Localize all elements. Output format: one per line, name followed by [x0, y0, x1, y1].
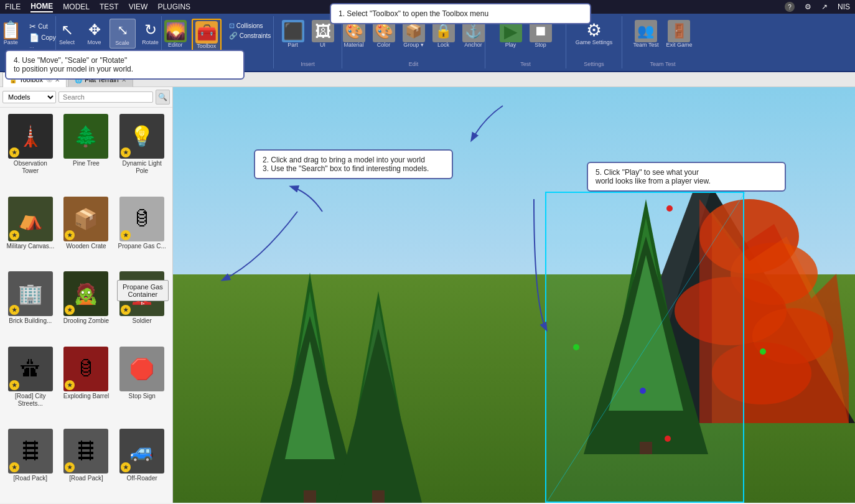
scale-button[interactable]: ⤡ Scale	[110, 19, 136, 49]
tab-flat-terrain[interactable]: 🌐 Flat Terrain ✕	[68, 72, 133, 87]
scale-label: Scale	[115, 40, 129, 47]
lock-button[interactable]: 🔒 Lock	[430, 19, 457, 50]
toolbox-item-dynamic-light-pole[interactable]: 💡★Dynamic Light Pole	[115, 111, 169, 192]
move-label: Move	[87, 40, 101, 46]
constraints-button[interactable]: 🔗 Constraints	[227, 31, 274, 40]
toolbox-item-label-observation-tower: Observation Tower	[5, 160, 56, 175]
material-button[interactable]: 🎨 Material	[340, 19, 368, 50]
toolbox-item-label-wooden-crate: Wooden Crate	[66, 243, 106, 250]
svg-marker-16	[335, 329, 422, 503]
anchor-button[interactable]: ⚓ Anchor	[460, 19, 487, 50]
category-select[interactable]: Models Decals Plugins	[2, 91, 56, 103]
item-badge-road-pack1: ★	[9, 462, 19, 472]
search-button[interactable]: 🔍	[156, 90, 170, 105]
toolbox-item-label-dynamic-light-pole: Dynamic Light Pole	[116, 160, 167, 175]
toolbox-item-label-soldier: Soldier	[133, 317, 152, 325]
paste-label: Paste	[4, 40, 18, 46]
left-trees	[223, 241, 434, 503]
menu-home[interactable]: HOME	[30, 2, 53, 12]
propane-tooltip-text: Propane Gas Container	[123, 283, 163, 298]
toolbox-item-label-stop-sign: Stop Sign	[128, 393, 155, 400]
svg-line-23	[546, 192, 745, 503]
search-input[interactable]	[58, 91, 153, 103]
menu-model[interactable]: MODEL	[63, 2, 90, 11]
move-button[interactable]: ✥ Move	[82, 19, 107, 47]
exit-game-label: Exit Game	[666, 42, 692, 49]
user-label: NIS	[838, 2, 850, 11]
toolbox-item-military-canvas[interactable]: ⛺★Military Canvas...	[4, 194, 57, 267]
ribbon-group-clipboard: 📋 Paste ✂ Cut 📄 Copy ··· Clipboard	[0, 16, 56, 68]
collisions-button[interactable]: ⊡ Collisions	[227, 21, 274, 30]
toolbox-item-exploding-barrel[interactable]: 🛢★Exploding Barrel	[60, 344, 113, 424]
play-button[interactable]: ▶ Play	[497, 19, 525, 50]
terrain-group-label: Terrain	[209, 61, 227, 67]
part-button[interactable]: ⬛ Part	[279, 19, 307, 50]
toolbox-item-road-pack1[interactable]: 🛤★[Road Pack]	[4, 426, 57, 499]
insert-group-label: Insert	[301, 61, 315, 67]
ribbon-group-terrain: 🌄 Editor 🧰 Toolbox ⊡ Collisions 🔗 Constr…	[162, 16, 274, 68]
group-label: Group ▾	[403, 42, 424, 49]
team-test-button[interactable]: 👥 Team Test	[631, 19, 661, 50]
item-badge-drooling-zombie: ★	[65, 305, 75, 315]
item-badge-brick-building: ★	[9, 305, 19, 315]
ribbon-group-test: ▶ Play ⏹ Stop Test	[485, 16, 566, 68]
item-badge-soldier: ★	[121, 305, 131, 315]
toolbox-item-label-pine-tree: Pine Tree	[73, 160, 100, 167]
toolbox-item-stop-sign[interactable]: 🛑Stop Sign	[115, 344, 169, 424]
ribbon: 📋 Paste ✂ Cut 📄 Copy ··· Clipboard	[0, 14, 855, 72]
editor-button[interactable]: 🌄 Editor	[162, 19, 189, 50]
help-icon[interactable]: ?	[785, 2, 795, 12]
part-label: Part	[287, 42, 298, 49]
select-label: Select	[59, 40, 75, 46]
toolbox-button[interactable]: 🧰 Toolbox	[192, 19, 222, 52]
tab-toolbox-close[interactable]: ✕	[55, 77, 60, 83]
menu-plugins[interactable]: PLUGINS	[157, 2, 190, 11]
toolbox-grid: 🗼★Observation Tower🌲Pine Tree💡★Dynamic L…	[0, 108, 172, 503]
toolbox-item-drooling-zombie[interactable]: 🧟★Drooling Zombie	[60, 269, 113, 342]
toolbox-item-label-road-pack1: [Road Pack]	[14, 475, 47, 482]
exit-game-button[interactable]: 🚪 Exit Game	[663, 19, 694, 50]
anchor-label: Anchor	[464, 42, 482, 49]
handle-green-right	[760, 348, 766, 355]
toolbox-item-label-propane-gas: Propane Gas C...	[118, 243, 166, 250]
item-badge-observation-tower: ★	[9, 147, 19, 157]
tab-toolbox[interactable]: 🔒 Toolbox ⓪ ✕	[2, 72, 67, 87]
toolbox-item-road-city-streets[interactable]: 🛣★[Road] City Streets...	[4, 344, 57, 424]
toolbox-item-observation-tower[interactable]: 🗼★Observation Tower	[4, 111, 57, 192]
toolbox-item-wooden-crate[interactable]: 📦★Wooden Crate	[60, 194, 113, 267]
group-button[interactable]: 📦 Group ▾	[400, 19, 427, 50]
share-icon[interactable]: ↗	[821, 2, 828, 11]
settings-top-icon[interactable]: ⚙	[805, 2, 811, 11]
menu-test[interactable]: TEST	[100, 2, 119, 11]
toolbox-item-label-road-pack2: [Road Pack]	[69, 475, 103, 482]
constraints-label: Constraints	[240, 32, 271, 39]
game-settings-button[interactable]: ⚙ Game Settings	[573, 19, 615, 47]
menu-bar: FILE HOME MODEL TEST VIEW PLUGINS ? ⚙ ↗ …	[0, 0, 855, 14]
test-group-label: Test	[520, 61, 531, 67]
toolbox-item-brick-building[interactable]: 🏢★Brick Building...	[4, 269, 57, 342]
menu-view[interactable]: VIEW	[129, 2, 148, 11]
toolbox-item-road-pack2[interactable]: 🛤★[Road Pack]	[60, 426, 113, 499]
toolbox-item-propane-gas[interactable]: 🛢★Propane Gas C...	[115, 194, 169, 267]
ui-button[interactable]: 🖼 UI	[309, 19, 337, 50]
select-button[interactable]: ↖ Select	[55, 19, 80, 47]
stop-button[interactable]: ⏹ Stop	[527, 19, 554, 50]
viewport[interactable]: 2. Click and drag to bring a model into …	[173, 87, 855, 503]
tab-flat-terrain-close[interactable]: ✕	[121, 77, 126, 83]
toolbox-item-label-off-roader: Off-Roader	[127, 475, 157, 482]
ribbon-group-team-test: 👥 Team Test 🚪 Exit Game Team Test	[622, 16, 703, 68]
collisions-label: Collisions	[236, 22, 263, 29]
callout-5: 5. Click "Play" to see what your world l…	[587, 162, 786, 192]
cut-label: Cut	[38, 23, 48, 30]
toolbox-search-bar: Models Decals Plugins 🔍	[0, 87, 172, 108]
color-button[interactable]: 🎨 Color	[370, 19, 398, 50]
item-badge-military-canvas: ★	[9, 230, 19, 240]
propane-tooltip: Propane Gas Container	[117, 280, 169, 301]
item-badge-off-roader: ★	[121, 462, 131, 472]
paste-button[interactable]: 📋 Paste	[0, 19, 24, 47]
menu-file[interactable]: FILE	[5, 2, 21, 11]
toolbox-item-pine-tree[interactable]: 🌲Pine Tree	[60, 111, 113, 192]
toolbox-item-off-roader[interactable]: 🚙★Off-Roader	[115, 426, 169, 499]
lock-label: Lock	[437, 42, 449, 49]
callout-23: 2. Click and drag to bring a model into …	[254, 149, 453, 179]
